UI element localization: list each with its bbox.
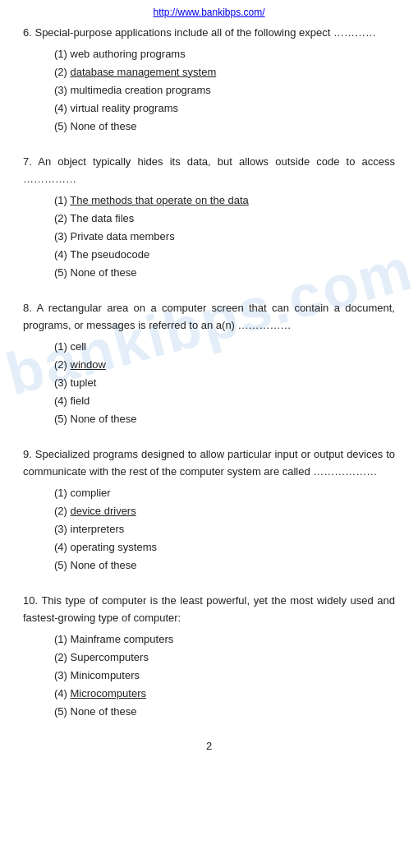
page-container: http://www.bankibps.com/ bankibps.com 6.… (0, 0, 418, 777)
option-text-6-5: None of these (71, 120, 137, 132)
options-list-7: (1) The methods that operate on the data… (54, 192, 395, 282)
option-item-10-2: (2) Supercomputers (54, 649, 395, 667)
option-num-7-2: (2) (54, 212, 70, 224)
option-num-9-4: (4) (54, 541, 71, 553)
option-item-7-2: (2) The data files (54, 210, 395, 228)
option-item-6-1: (1) web authoring programs (54, 45, 395, 63)
option-text-10-4: Microcomputers (71, 687, 146, 699)
question-body-10: This type of computer is the least power… (23, 594, 395, 624)
option-text-10-2: Supercomputers (71, 651, 149, 663)
option-item-6-4: (4) virtual reality programs (54, 99, 395, 118)
option-item-9-5: (5) None of these (54, 556, 395, 575)
option-item-7-4: (4) The pseudocode (54, 246, 395, 264)
option-num-8-1: (1) (54, 340, 71, 353)
option-num-8-5: (5) (54, 413, 71, 425)
question-block-7: 7. An object typically hides its data, b… (23, 154, 395, 282)
question-block-9: 9. Specialized programs designed to allo… (23, 446, 395, 575)
question-number-8: 8. (23, 302, 37, 314)
option-num-7-4: (4) (54, 248, 70, 261)
option-item-8-2: (2) window (54, 356, 395, 374)
option-num-8-3: (3) (54, 376, 71, 389)
option-item-9-2: (2) device drivers (54, 502, 395, 520)
option-text-6-2: database management system (71, 66, 217, 78)
option-num-10-4: (4) (54, 687, 71, 699)
option-text-9-5: None of these (71, 559, 137, 571)
option-text-8-3: tuplet (71, 376, 97, 389)
questions-container: 6. Special-purpose applications include … (23, 25, 395, 722)
header-link[interactable]: http://www.bankibps.com/ (23, 7, 395, 18)
option-text-8-5: None of these (71, 413, 137, 425)
option-text-6-3: multimedia creation programs (71, 84, 211, 96)
option-num-9-3: (3) (54, 523, 71, 535)
option-item-8-5: (5) None of these (54, 410, 395, 428)
option-num-7-1: (1) (54, 194, 70, 206)
question-body-8: A rectangular area on a computer screen … (23, 302, 395, 331)
options-list-6: (1) web authoring programs(2) database m… (54, 45, 395, 136)
option-num-9-2: (2) (54, 505, 71, 517)
option-text-6-4: virtual reality programs (71, 102, 179, 114)
option-num-9-1: (1) (54, 487, 71, 499)
option-item-9-3: (3) interpreters (54, 520, 395, 538)
option-item-7-5: (5) None of these (54, 264, 395, 282)
question-body-6: Special-purpose applications include all… (34, 26, 376, 39)
option-text-8-1: cell (71, 340, 87, 353)
option-num-9-5: (5) (54, 559, 71, 571)
option-num-10-2: (2) (54, 651, 71, 663)
option-text-10-5: None of these (71, 705, 137, 718)
question-block-6: 6. Special-purpose applications include … (23, 25, 395, 136)
option-item-10-1: (1) Mainframe computers (54, 630, 395, 649)
option-num-10-5: (5) (54, 705, 71, 718)
question-text-9: 9. Specialized programs designed to allo… (23, 446, 395, 481)
option-text-10-1: Mainframe computers (71, 633, 174, 645)
option-text-7-1: The methods that operate on the data (70, 194, 249, 206)
option-text-9-2: device drivers (71, 505, 136, 517)
question-body-9: Specialized programs designed to allow p… (23, 448, 395, 478)
option-num-6-1: (1) (54, 48, 71, 60)
question-body-7: An object typically hides its data, but … (23, 155, 395, 185)
option-text-7-2: The data files (70, 212, 134, 224)
option-text-7-4: The pseudocode (70, 248, 149, 261)
option-num-6-5: (5) (54, 120, 71, 132)
option-num-7-5: (5) (54, 266, 71, 279)
option-text-9-3: interpreters (71, 523, 125, 535)
option-item-10-3: (3) Minicomputers (54, 667, 395, 685)
site-link[interactable]: http://www.bankibps.com/ (153, 7, 264, 18)
option-num-6-2: (2) (54, 66, 71, 78)
option-text-6-1: web authoring programs (71, 48, 186, 60)
option-item-6-5: (5) None of these (54, 118, 395, 136)
options-list-9: (1) complier(2) device drivers(3) interp… (54, 484, 395, 575)
option-text-8-2: window (71, 358, 106, 371)
option-text-9-4: operating systems (71, 541, 158, 553)
option-item-6-2: (2) database management system (54, 63, 395, 81)
option-item-10-5: (5) None of these (54, 703, 395, 721)
option-text-8-4: field (71, 395, 90, 407)
option-item-7-3: (3) Private data members (54, 228, 395, 246)
option-num-8-4: (4) (54, 395, 71, 407)
option-text-7-5: None of these (71, 266, 137, 279)
option-text-7-3: Private data members (71, 230, 175, 242)
option-item-8-4: (4) field (54, 392, 395, 410)
question-text-7: 7. An object typically hides its data, b… (23, 154, 395, 188)
question-text-10: 10. This type of computer is the least p… (23, 593, 395, 627)
options-list-8: (1) cell(2) window(3) tuplet(4) field(5)… (54, 338, 395, 428)
option-item-8-3: (3) tuplet (54, 374, 395, 392)
option-num-6-3: (3) (54, 84, 71, 96)
question-number-9: 9. (23, 448, 35, 460)
option-text-9-1: complier (71, 487, 111, 499)
question-number-6: 6. (23, 26, 34, 39)
option-num-10-1: (1) (54, 633, 71, 645)
question-text-6: 6. Special-purpose applications include … (23, 25, 395, 42)
option-num-10-3: (3) (54, 669, 71, 681)
option-num-6-4: (4) (54, 102, 71, 114)
question-block-8: 8. A rectangular area on a computer scre… (23, 300, 395, 428)
question-number-10: 10. (23, 594, 41, 607)
option-item-9-1: (1) complier (54, 484, 395, 502)
option-item-8-1: (1) cell (54, 338, 395, 356)
option-num-8-2: (2) (54, 358, 71, 371)
question-text-8: 8. A rectangular area on a computer scre… (23, 300, 395, 335)
option-item-10-4: (4) Microcomputers (54, 685, 395, 703)
page-number: 2 (23, 740, 395, 752)
option-text-10-3: Minicomputers (71, 669, 140, 681)
option-num-7-3: (3) (54, 230, 71, 242)
option-item-6-3: (3) multimedia creation programs (54, 81, 395, 99)
